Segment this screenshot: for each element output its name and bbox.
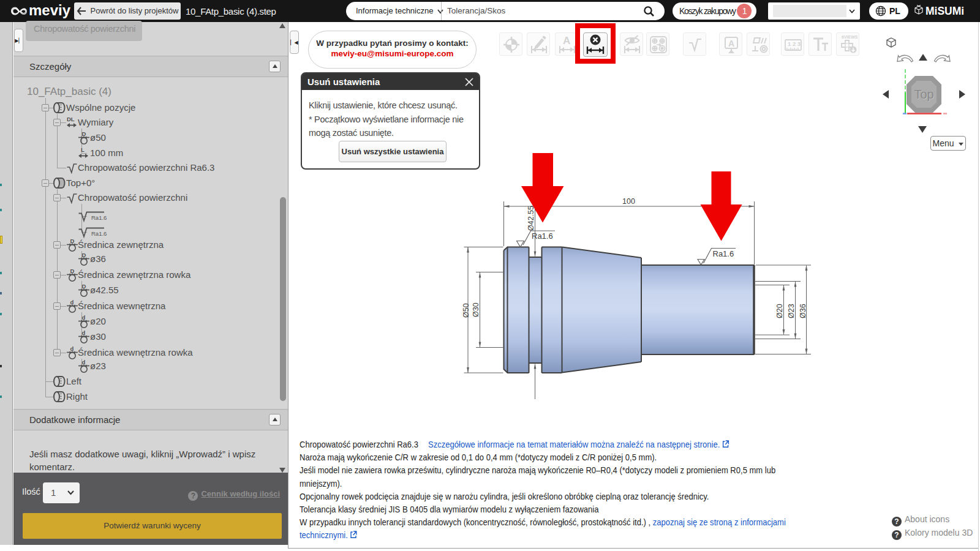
svg-text:L: L bbox=[81, 146, 85, 153]
svg-text:Ø20: Ø20 bbox=[775, 304, 784, 318]
svg-text:meviy: meviy bbox=[29, 4, 71, 18]
svg-text:Ø30: Ø30 bbox=[472, 302, 480, 317]
svg-text:Ra1.6: Ra1.6 bbox=[532, 231, 553, 241]
svg-text:A: A bbox=[728, 39, 734, 48]
svg-text:Ø42.55: Ø42.55 bbox=[527, 206, 535, 231]
svg-text:6VIEWS: 6VIEWS bbox=[842, 35, 858, 39]
svg-text:Ra1.6: Ra1.6 bbox=[91, 230, 107, 237]
svg-text:A: A bbox=[563, 35, 570, 47]
svg-text:DL: DL bbox=[67, 116, 75, 122]
svg-text:1 2 3: 1 2 3 bbox=[788, 40, 801, 47]
svg-text:Ø36: Ø36 bbox=[799, 304, 807, 318]
svg-text:Ra1.6: Ra1.6 bbox=[91, 214, 107, 221]
svg-text:Ø50: Ø50 bbox=[462, 303, 470, 318]
svg-text:100: 100 bbox=[622, 197, 635, 206]
svg-text:MiSUMi: MiSUMi bbox=[925, 5, 964, 17]
svg-text:Ra1.6: Ra1.6 bbox=[713, 249, 734, 258]
svg-text:Top: Top bbox=[914, 88, 934, 101]
svg-text:Ø23: Ø23 bbox=[787, 304, 796, 318]
